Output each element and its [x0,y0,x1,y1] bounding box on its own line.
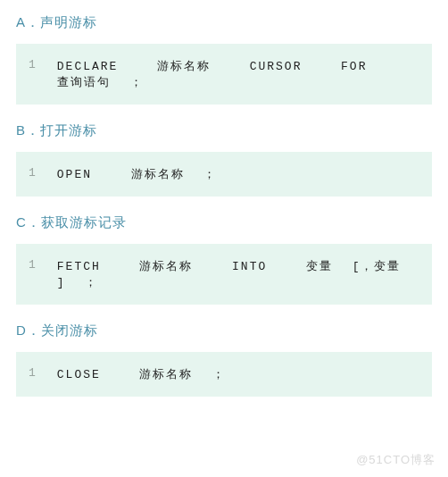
code-line: FETCH 游标名称 INTO 变量 [，变量 ] ； [57,258,419,290]
section-heading-b: B．打开游标 [16,122,432,139]
code-block-c: 1 FETCH 游标名称 INTO 变量 [，变量 ] ； [16,244,432,305]
line-number: 1 [29,366,36,380]
code-line: DECLARE 游标名称 CURSOR FOR 查询语句 ； [57,58,419,90]
code-line: OPEN 游标名称 ； [57,166,218,182]
line-number: 1 [29,258,36,272]
code-line: CLOSE 游标名称 ； [57,366,226,382]
code-block-d: 1 CLOSE 游标名称 ； [16,352,432,397]
line-number: 1 [29,166,36,180]
section-heading-d: D．关闭游标 [16,322,432,339]
section-heading-a: A．声明游标 [16,14,432,31]
section-heading-c: C．获取游标记录 [16,214,432,231]
code-block-a: 1 DECLARE 游标名称 CURSOR FOR 查询语句 ； [16,44,432,105]
line-number: 1 [29,58,36,71]
code-block-b: 1 OPEN 游标名称 ； [16,152,432,197]
